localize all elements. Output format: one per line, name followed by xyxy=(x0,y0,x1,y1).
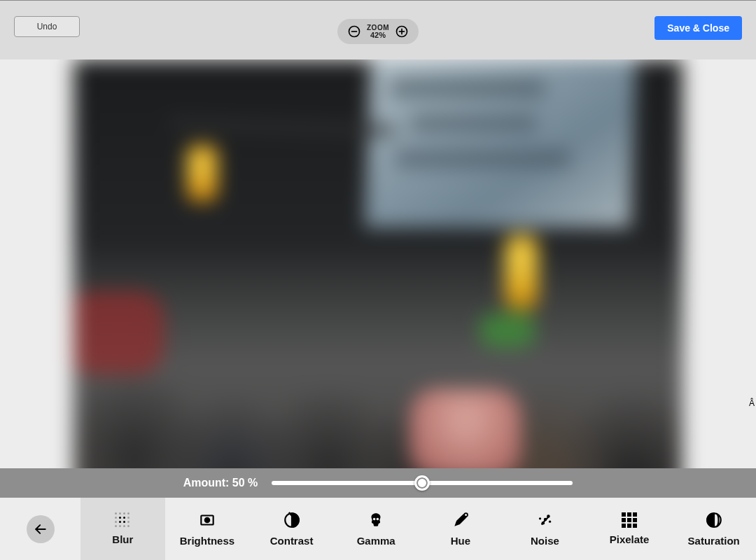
saturation-icon xyxy=(705,511,723,529)
plus-circle-icon xyxy=(395,24,409,38)
tool-blur[interactable]: Blur xyxy=(80,498,165,560)
minus-circle-icon xyxy=(347,24,361,38)
filter-tools: Blur Brightness Contrast Gamma xyxy=(80,498,756,560)
tool-contrast[interactable]: Contrast xyxy=(249,498,334,560)
save-close-button[interactable]: Save & Close xyxy=(654,16,742,40)
tool-label: Gamma xyxy=(357,535,396,547)
gamma-icon xyxy=(367,511,385,529)
tool-label: Saturation xyxy=(688,535,740,547)
tool-label: Noise xyxy=(531,535,559,547)
zoom-out-button[interactable] xyxy=(344,22,364,41)
canvas-area: Â xyxy=(0,59,756,468)
svg-point-15 xyxy=(549,521,551,523)
tool-saturation[interactable]: Saturation xyxy=(671,498,756,560)
tool-brightness[interactable]: Brightness xyxy=(165,498,250,560)
svg-point-7 xyxy=(205,518,210,523)
arrow-left-icon xyxy=(34,522,48,536)
svg-point-14 xyxy=(539,517,541,519)
back-button[interactable] xyxy=(27,515,55,543)
tool-gamma[interactable]: Gamma xyxy=(334,498,419,560)
tool-noise[interactable]: Noise xyxy=(503,498,587,560)
brightness-icon xyxy=(198,511,216,529)
undo-button[interactable]: Undo xyxy=(14,16,80,37)
tool-label: Blur xyxy=(112,533,133,545)
tool-label: Hue xyxy=(451,535,470,547)
tool-label: Pixelate xyxy=(610,533,650,545)
tool-label: Brightness xyxy=(180,535,234,547)
editor-header: Undo ZOOM 42% Save & Close xyxy=(0,1,756,59)
edited-image[interactable] xyxy=(74,59,682,468)
hue-icon xyxy=(451,511,470,529)
stray-char: Â xyxy=(749,398,755,408)
tool-hue[interactable]: Hue xyxy=(419,498,503,560)
amount-label: Amount: 50 % xyxy=(183,477,258,489)
svg-point-10 xyxy=(464,513,468,517)
tool-label: Contrast xyxy=(270,535,314,547)
amount-bar: Amount: 50 % xyxy=(0,468,756,498)
amount-slider[interactable] xyxy=(272,481,573,485)
tool-pixelate[interactable]: Pixelate xyxy=(587,498,672,560)
filter-toolbar: Blur Brightness Contrast Gamma xyxy=(0,498,756,560)
contrast-icon xyxy=(283,511,301,529)
blur-icon xyxy=(115,512,130,528)
zoom-label: ZOOM xyxy=(367,24,389,31)
zoom-in-button[interactable] xyxy=(392,22,412,41)
amount-slider-thumb[interactable] xyxy=(414,475,430,491)
zoom-control: ZOOM 42% xyxy=(337,19,419,44)
zoom-readout: ZOOM 42% xyxy=(364,24,392,39)
pixelate-icon xyxy=(622,512,637,528)
noise-icon xyxy=(536,511,554,529)
zoom-value: 42% xyxy=(367,31,389,39)
